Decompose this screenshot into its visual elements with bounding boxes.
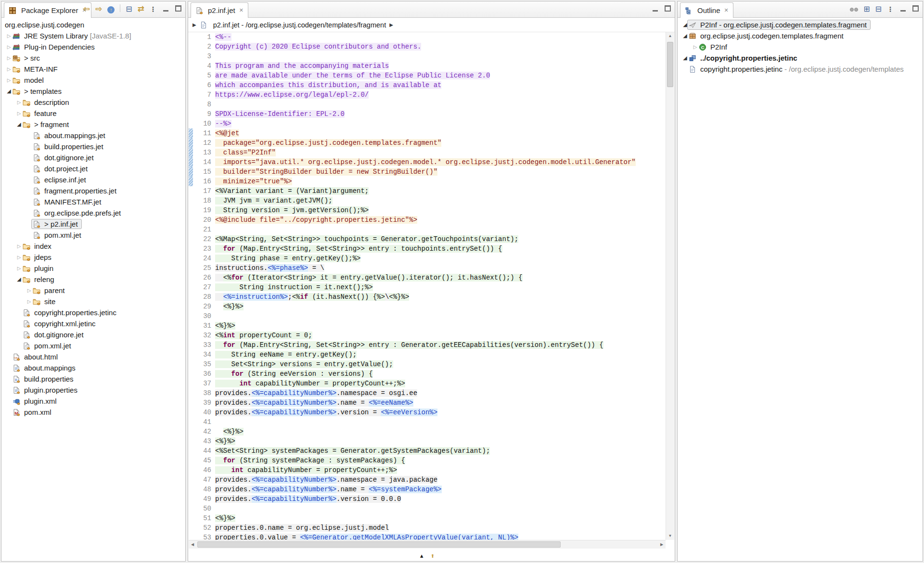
vertical-scroll-thumb[interactable] — [667, 42, 673, 87]
expand-all-icon[interactable]: ⊞ — [863, 5, 870, 13]
scroll-up-arrow[interactable]: ▲ — [666, 32, 674, 40]
scroll-right-arrow[interactable]: ▶ — [658, 540, 666, 549]
tree-row[interactable]: eclipse.inf.jet — [1, 174, 185, 185]
close-icon[interactable]: ✕ — [239, 7, 244, 13]
tree-row[interactable]: ▷model — [1, 75, 185, 86]
tree-row[interactable]: plugin.xml — [1, 396, 185, 407]
tree-row[interactable]: ▷CP2Inf — [678, 41, 923, 52]
tree-row[interactable]: ◢P2Inf - org.eclipse.justj.codegen.templ… — [678, 19, 923, 30]
up-icon[interactable]: ↑ — [107, 5, 115, 13]
tree-row[interactable]: fragment.properties.jet — [1, 185, 185, 196]
tree-row[interactable]: ◢releng — [1, 274, 185, 285]
tree-row[interactable]: dot.project.jet — [1, 163, 185, 174]
horizontal-scroll-thumb[interactable] — [197, 541, 561, 548]
tree-row[interactable]: ◢../copyright.properties.jetinc — [678, 52, 923, 64]
link-with-editor-icon[interactable]: ⇄ — [138, 5, 144, 13]
horizontal-scrollbar[interactable]: ◀ ▶ — [189, 540, 666, 549]
minimize-icon[interactable] — [162, 5, 169, 13]
tree-row[interactable]: ▷JRE System Library [JavaSE-1.8] — [1, 30, 185, 41]
tree-row[interactable]: ▷Plug-in Dependencies — [1, 41, 185, 52]
tree-row[interactable]: ▷parent — [1, 285, 185, 296]
tree-row[interactable]: Mpom.xml — [1, 407, 185, 418]
forward-icon[interactable]: ⇨ — [95, 5, 102, 13]
tab-p2-inf-jet[interactable]: p2.inf.jet ✕ — [191, 2, 248, 18]
breadcrumb-text[interactable]: p2.inf.jet - /org.eclipse.justj.codegen/… — [213, 21, 386, 29]
view-menu-icon[interactable]: ⋮ — [150, 5, 157, 13]
expander-expanded-icon[interactable]: ◢ — [15, 122, 23, 127]
expander-expanded-icon[interactable]: ◢ — [681, 55, 689, 61]
tree-row[interactable]: ▷> src — [1, 52, 185, 64]
collapse-all-icon[interactable]: ⊟ — [126, 5, 132, 13]
line-number: 48 — [194, 485, 215, 494]
tree-row[interactable]: copyright.properties.jetinc - /org.eclip… — [678, 64, 923, 75]
tree-row[interactable]: 0:build.properties — [1, 373, 185, 384]
tab-outline[interactable]: Outline ✕ — [680, 2, 733, 18]
breadcrumb[interactable]: ▶ p2.inf.jet - /org.eclipse.justj.codege… — [188, 18, 675, 32]
scroll-down-arrow[interactable]: ▼ — [666, 532, 674, 540]
tree-row[interactable]: pom.xml.jet — [1, 230, 185, 241]
focus-icon[interactable] — [850, 5, 858, 13]
tree-row[interactable]: > p2.inf.jet — [1, 218, 185, 230]
tree-row[interactable]: about.mappings.jet — [1, 130, 185, 141]
scroll-left-arrow[interactable]: ◀ — [189, 540, 196, 549]
tree-row[interactable]: ◢> templates — [1, 86, 185, 97]
expander-collapsed-icon[interactable]: ▷ — [5, 67, 13, 72]
expander-collapsed-icon[interactable]: ▷ — [15, 244, 23, 249]
maximize-icon[interactable] — [664, 5, 671, 13]
chevron-right-icon[interactable]: ▶ — [389, 22, 393, 27]
tree-row[interactable]: dot.gitignore.jet — [1, 152, 185, 163]
expander-collapsed-icon[interactable]: ▷ — [5, 45, 13, 50]
back-icon[interactable]: ⇦ — [83, 5, 90, 13]
tree-row[interactable]: ▷description — [1, 97, 185, 108]
code-editor[interactable]: 1<%--2Copyright (c) 2020 Eclipse contrib… — [189, 32, 666, 540]
tree-row[interactable]: build.properties.jet — [1, 141, 185, 152]
close-icon[interactable]: ✕ — [724, 7, 729, 13]
propfile-icon: 0: — [13, 375, 21, 383]
tree-row[interactable]: ◢org.eclipse.justj.codegen.templates.fra… — [678, 30, 923, 41]
minimize-icon[interactable] — [899, 5, 907, 13]
tree-row[interactable]: dot.gitignore.jet — [1, 329, 185, 340]
tree-row[interactable]: ◢> fragment — [1, 119, 185, 130]
expander-collapsed-icon[interactable]: ▷ — [15, 100, 23, 105]
tree-row[interactable]: copyright.xml.jetinc — [1, 318, 185, 329]
tree-row[interactable]: ▷feature — [1, 108, 185, 119]
chevron-right-icon[interactable]: ▶ — [192, 22, 196, 27]
tree-row[interactable]: ▷site — [1, 296, 185, 307]
expander-collapsed-icon[interactable]: ▷ — [5, 56, 13, 61]
quickdiff-gutter — [189, 263, 193, 273]
collapse-all-icon[interactable]: ⊟ — [875, 5, 882, 13]
expander-collapsed-icon[interactable]: ▷ — [15, 111, 23, 116]
expander-collapsed-icon[interactable]: ▷ — [15, 255, 23, 260]
tree-row[interactable]: about.mappings — [1, 362, 185, 373]
expander-collapsed-icon[interactable]: ▷ — [5, 78, 13, 83]
tree-row[interactable]: <e>about.html — [1, 351, 185, 362]
overflow-triangle-icon[interactable]: ▲ — [419, 553, 424, 559]
tree-row[interactable]: ▷jdeps — [1, 252, 185, 263]
tree-row[interactable]: pom.xml.jet — [1, 340, 185, 351]
minimize-icon[interactable] — [652, 5, 659, 13]
quickdiff-gutter — [189, 100, 193, 109]
tree-row[interactable]: ▷plugin — [1, 263, 185, 274]
tree-row[interactable]: ▷META-INF — [1, 64, 185, 75]
expander-collapsed-icon[interactable]: ▷ — [15, 266, 23, 271]
jetfile-icon — [33, 154, 41, 162]
tree-row[interactable]: plugin.properties — [1, 384, 185, 396]
vertical-scrollbar[interactable]: ▲ ▼ — [666, 32, 674, 540]
expander-expanded-icon[interactable]: ◢ — [681, 33, 689, 38]
tree-row[interactable]: copyright.properties.jetinc — [1, 307, 185, 318]
tab-package-explorer[interactable]: Package Explorer ✕ — [4, 2, 91, 18]
expander-collapsed-icon[interactable]: ▷ — [26, 288, 33, 293]
view-menu-icon[interactable]: ⋮ — [887, 5, 894, 13]
tree-row[interactable]: org.eclipse.pde.prefs.jet — [1, 207, 185, 218]
tree-row[interactable]: ▷index — [1, 241, 185, 252]
expander-expanded-icon[interactable]: ◢ — [5, 89, 13, 94]
expander-collapsed-icon[interactable]: ▷ — [692, 45, 699, 50]
tree-row[interactable]: MANIFEST.MF.jet — [1, 196, 185, 207]
maximize-icon[interactable] — [175, 5, 182, 13]
expander-collapsed-icon[interactable]: ▷ — [5, 34, 13, 38]
maximize-icon[interactable] — [912, 5, 919, 13]
tree-row[interactable]: org.eclipse.justj.codegen — [1, 19, 185, 30]
expander-expanded-icon[interactable]: ◢ — [15, 277, 23, 282]
expander-collapsed-icon[interactable]: ▷ — [26, 299, 33, 304]
editor-bottom-indicator[interactable]: ▲ ⬆ — [188, 553, 666, 559]
